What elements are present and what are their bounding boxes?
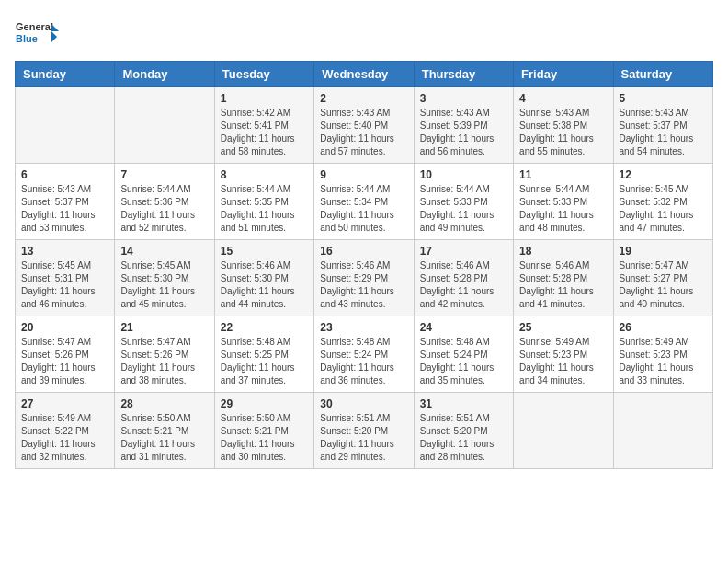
calendar-week-row: 6Sunrise: 5:43 AMSunset: 5:37 PMDaylight… <box>16 164 713 240</box>
calendar-cell: 22Sunrise: 5:48 AMSunset: 5:25 PMDayligh… <box>214 316 313 393</box>
calendar-cell: 5Sunrise: 5:43 AMSunset: 5:37 PMDaylight… <box>613 87 712 164</box>
day-number: 19 <box>620 245 707 258</box>
day-number: 20 <box>21 321 108 334</box>
calendar-cell: 4Sunrise: 5:43 AMSunset: 5:38 PMDaylight… <box>514 87 613 164</box>
calendar-cell: 2Sunrise: 5:43 AMSunset: 5:40 PMDaylight… <box>314 87 414 164</box>
day-info: Sunrise: 5:43 AMSunset: 5:39 PMDaylight:… <box>420 107 507 158</box>
day-number: 15 <box>221 245 308 258</box>
day-of-week-header: Tuesday <box>214 62 313 87</box>
calendar-cell: 31Sunrise: 5:51 AMSunset: 5:20 PMDayligh… <box>414 393 513 469</box>
day-number: 24 <box>420 321 507 334</box>
day-of-week-header: Sunday <box>16 62 115 87</box>
day-number: 13 <box>21 245 108 258</box>
logo-blue-svg-text: Blue <box>16 33 38 44</box>
day-number: 16 <box>320 245 407 258</box>
day-info: Sunrise: 5:46 AMSunset: 5:29 PMDaylight:… <box>320 259 407 311</box>
calendar-cell: 6Sunrise: 5:43 AMSunset: 5:37 PMDaylight… <box>16 164 115 240</box>
day-number: 17 <box>420 245 507 258</box>
day-info: Sunrise: 5:46 AMSunset: 5:28 PMDaylight:… <box>519 259 607 311</box>
day-info: Sunrise: 5:46 AMSunset: 5:30 PMDaylight:… <box>221 259 308 311</box>
calendar-cell: 15Sunrise: 5:46 AMSunset: 5:30 PMDayligh… <box>214 240 313 316</box>
calendar-cell <box>514 393 613 469</box>
day-number: 2 <box>320 92 407 105</box>
calendar-cell: 19Sunrise: 5:47 AMSunset: 5:27 PMDayligh… <box>613 240 712 316</box>
calendar-cell <box>115 87 214 164</box>
day-info: Sunrise: 5:44 AMSunset: 5:35 PMDaylight:… <box>221 183 308 235</box>
day-info: Sunrise: 5:44 AMSunset: 5:33 PMDaylight:… <box>420 183 507 235</box>
day-info: Sunrise: 5:49 AMSunset: 5:22 PMDaylight:… <box>21 412 108 464</box>
day-number: 14 <box>120 245 208 258</box>
day-info: Sunrise: 5:51 AMSunset: 5:20 PMDaylight:… <box>320 412 407 464</box>
calendar-cell: 25Sunrise: 5:49 AMSunset: 5:23 PMDayligh… <box>514 316 613 393</box>
day-number: 26 <box>620 321 707 334</box>
day-info: Sunrise: 5:47 AMSunset: 5:27 PMDaylight:… <box>620 259 707 311</box>
day-number: 3 <box>420 92 507 105</box>
day-number: 8 <box>221 168 308 181</box>
day-of-week-header: Wednesday <box>314 62 414 87</box>
day-of-week-header: Friday <box>514 62 613 87</box>
day-info: Sunrise: 5:50 AMSunset: 5:21 PMDaylight:… <box>221 412 308 464</box>
day-number: 1 <box>221 92 308 105</box>
calendar-cell: 18Sunrise: 5:46 AMSunset: 5:28 PMDayligh… <box>514 240 613 316</box>
calendar-cell: 23Sunrise: 5:48 AMSunset: 5:24 PMDayligh… <box>314 316 414 393</box>
calendar-cell: 26Sunrise: 5:49 AMSunset: 5:23 PMDayligh… <box>613 316 712 393</box>
day-of-week-header: Thursday <box>414 62 513 87</box>
day-of-week-header: Monday <box>115 62 214 87</box>
calendar-cell: 11Sunrise: 5:44 AMSunset: 5:33 PMDayligh… <box>514 164 613 240</box>
day-info: Sunrise: 5:48 AMSunset: 5:24 PMDaylight:… <box>420 336 507 387</box>
day-number: 28 <box>120 397 208 410</box>
calendar-week-row: 27Sunrise: 5:49 AMSunset: 5:22 PMDayligh… <box>16 393 713 469</box>
day-info: Sunrise: 5:43 AMSunset: 5:38 PMDaylight:… <box>519 107 607 158</box>
calendar-week-row: 1Sunrise: 5:42 AMSunset: 5:41 PMDaylight… <box>16 87 713 164</box>
day-info: Sunrise: 5:50 AMSunset: 5:21 PMDaylight:… <box>120 412 208 464</box>
day-number: 9 <box>320 168 407 181</box>
calendar-cell: 14Sunrise: 5:45 AMSunset: 5:30 PMDayligh… <box>115 240 214 316</box>
calendar-cell: 16Sunrise: 5:46 AMSunset: 5:29 PMDayligh… <box>314 240 414 316</box>
calendar-cell: 3Sunrise: 5:43 AMSunset: 5:39 PMDaylight… <box>414 87 513 164</box>
day-info: Sunrise: 5:48 AMSunset: 5:24 PMDaylight:… <box>320 336 407 387</box>
day-info: Sunrise: 5:44 AMSunset: 5:33 PMDaylight:… <box>519 183 607 235</box>
calendar-header-row: SundayMondayTuesdayWednesdayThursdayFrid… <box>16 62 713 87</box>
day-of-week-header: Saturday <box>613 62 712 87</box>
day-number: 25 <box>519 321 607 334</box>
day-info: Sunrise: 5:46 AMSunset: 5:28 PMDaylight:… <box>420 259 507 311</box>
day-info: Sunrise: 5:51 AMSunset: 5:20 PMDaylight:… <box>420 412 507 464</box>
calendar-cell: 9Sunrise: 5:44 AMSunset: 5:34 PMDaylight… <box>314 164 414 240</box>
calendar-cell <box>16 87 115 164</box>
calendar-cell: 7Sunrise: 5:44 AMSunset: 5:36 PMDaylight… <box>115 164 214 240</box>
day-info: Sunrise: 5:47 AMSunset: 5:26 PMDaylight:… <box>120 336 208 387</box>
calendar-cell: 20Sunrise: 5:47 AMSunset: 5:26 PMDayligh… <box>16 316 115 393</box>
day-info: Sunrise: 5:43 AMSunset: 5:37 PMDaylight:… <box>21 183 108 235</box>
day-info: Sunrise: 5:44 AMSunset: 5:34 PMDaylight:… <box>320 183 407 235</box>
calendar-cell: 13Sunrise: 5:45 AMSunset: 5:31 PMDayligh… <box>16 240 115 316</box>
day-info: Sunrise: 5:49 AMSunset: 5:23 PMDaylight:… <box>620 336 707 387</box>
day-number: 6 <box>21 168 108 181</box>
day-info: Sunrise: 5:45 AMSunset: 5:30 PMDaylight:… <box>120 259 208 311</box>
day-info: Sunrise: 5:48 AMSunset: 5:25 PMDaylight:… <box>221 336 308 387</box>
day-number: 5 <box>620 92 707 105</box>
calendar-cell: 1Sunrise: 5:42 AMSunset: 5:41 PMDaylight… <box>214 87 313 164</box>
day-info: Sunrise: 5:45 AMSunset: 5:31 PMDaylight:… <box>21 259 108 311</box>
calendar-cell: 21Sunrise: 5:47 AMSunset: 5:26 PMDayligh… <box>115 316 214 393</box>
day-info: Sunrise: 5:45 AMSunset: 5:32 PMDaylight:… <box>620 183 707 235</box>
logo-general-svg-text: General <box>16 21 53 32</box>
day-number: 31 <box>420 397 507 410</box>
calendar-cell <box>613 393 712 469</box>
day-number: 21 <box>120 321 208 334</box>
day-number: 29 <box>221 397 308 410</box>
day-number: 10 <box>420 168 507 181</box>
day-number: 4 <box>519 92 607 105</box>
day-info: Sunrise: 5:47 AMSunset: 5:26 PMDaylight:… <box>21 336 108 387</box>
day-number: 23 <box>320 321 407 334</box>
day-info: Sunrise: 5:44 AMSunset: 5:36 PMDaylight:… <box>120 183 208 235</box>
calendar-cell: 29Sunrise: 5:50 AMSunset: 5:21 PMDayligh… <box>214 393 313 469</box>
day-info: Sunrise: 5:49 AMSunset: 5:23 PMDaylight:… <box>519 336 607 387</box>
page-header: General Blue <box>15 15 713 52</box>
logo-svg: General Blue <box>15 15 61 52</box>
calendar-table: SundayMondayTuesdayWednesdayThursdayFrid… <box>15 61 713 469</box>
calendar-cell: 28Sunrise: 5:50 AMSunset: 5:21 PMDayligh… <box>115 393 214 469</box>
day-number: 22 <box>221 321 308 334</box>
day-number: 7 <box>120 168 208 181</box>
logo-arrow-icon <box>51 24 59 42</box>
calendar-cell: 24Sunrise: 5:48 AMSunset: 5:24 PMDayligh… <box>414 316 513 393</box>
